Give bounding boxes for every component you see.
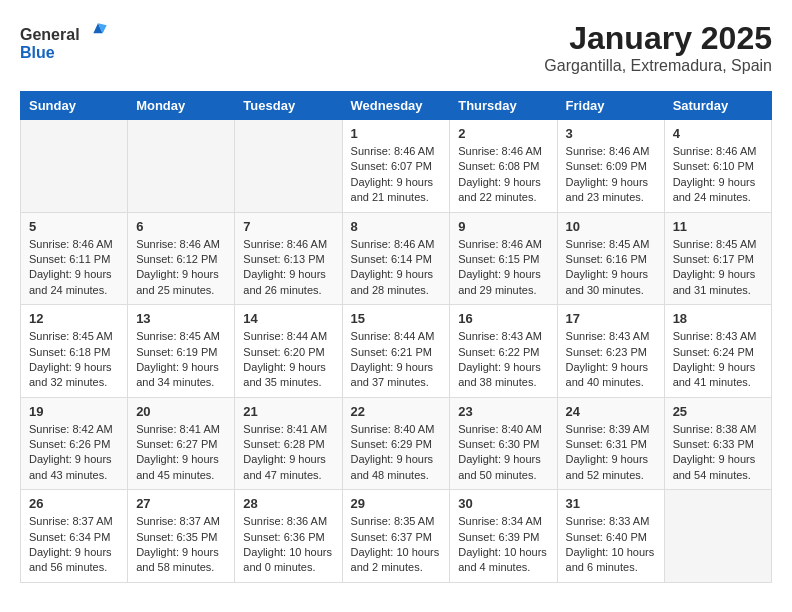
day-number: 16 bbox=[458, 311, 548, 326]
calendar-week-row: 5Sunrise: 8:46 AM Sunset: 6:11 PM Daylig… bbox=[21, 212, 772, 305]
calendar-cell: 19Sunrise: 8:42 AM Sunset: 6:26 PM Dayli… bbox=[21, 397, 128, 490]
day-number: 18 bbox=[673, 311, 763, 326]
calendar-cell: 12Sunrise: 8:45 AM Sunset: 6:18 PM Dayli… bbox=[21, 305, 128, 398]
day-info: Sunrise: 8:41 AM Sunset: 6:27 PM Dayligh… bbox=[136, 422, 226, 484]
day-info: Sunrise: 8:46 AM Sunset: 6:13 PM Dayligh… bbox=[243, 237, 333, 299]
calendar-cell: 9Sunrise: 8:46 AM Sunset: 6:15 PM Daylig… bbox=[450, 212, 557, 305]
day-info: Sunrise: 8:35 AM Sunset: 6:37 PM Dayligh… bbox=[351, 514, 442, 576]
weekday-header-monday: Monday bbox=[128, 92, 235, 120]
day-info: Sunrise: 8:45 AM Sunset: 6:16 PM Dayligh… bbox=[566, 237, 656, 299]
calendar-cell: 17Sunrise: 8:43 AM Sunset: 6:23 PM Dayli… bbox=[557, 305, 664, 398]
calendar-cell: 14Sunrise: 8:44 AM Sunset: 6:20 PM Dayli… bbox=[235, 305, 342, 398]
calendar-cell: 5Sunrise: 8:46 AM Sunset: 6:11 PM Daylig… bbox=[21, 212, 128, 305]
calendar-cell: 23Sunrise: 8:40 AM Sunset: 6:30 PM Dayli… bbox=[450, 397, 557, 490]
day-number: 25 bbox=[673, 404, 763, 419]
day-number: 22 bbox=[351, 404, 442, 419]
weekday-header-saturday: Saturday bbox=[664, 92, 771, 120]
day-number: 12 bbox=[29, 311, 119, 326]
day-number: 15 bbox=[351, 311, 442, 326]
calendar-cell: 26Sunrise: 8:37 AM Sunset: 6:34 PM Dayli… bbox=[21, 490, 128, 583]
day-info: Sunrise: 8:46 AM Sunset: 6:09 PM Dayligh… bbox=[566, 144, 656, 206]
calendar-cell: 22Sunrise: 8:40 AM Sunset: 6:29 PM Dayli… bbox=[342, 397, 450, 490]
calendar-cell: 10Sunrise: 8:45 AM Sunset: 6:16 PM Dayli… bbox=[557, 212, 664, 305]
calendar-cell: 16Sunrise: 8:43 AM Sunset: 6:22 PM Dayli… bbox=[450, 305, 557, 398]
day-number: 30 bbox=[458, 496, 548, 511]
day-info: Sunrise: 8:46 AM Sunset: 6:08 PM Dayligh… bbox=[458, 144, 548, 206]
day-info: Sunrise: 8:38 AM Sunset: 6:33 PM Dayligh… bbox=[673, 422, 763, 484]
calendar-cell: 29Sunrise: 8:35 AM Sunset: 6:37 PM Dayli… bbox=[342, 490, 450, 583]
calendar-week-row: 1Sunrise: 8:46 AM Sunset: 6:07 PM Daylig… bbox=[21, 120, 772, 213]
day-number: 27 bbox=[136, 496, 226, 511]
weekday-header-friday: Friday bbox=[557, 92, 664, 120]
day-info: Sunrise: 8:46 AM Sunset: 6:11 PM Dayligh… bbox=[29, 237, 119, 299]
day-info: Sunrise: 8:46 AM Sunset: 6:07 PM Dayligh… bbox=[351, 144, 442, 206]
day-info: Sunrise: 8:41 AM Sunset: 6:28 PM Dayligh… bbox=[243, 422, 333, 484]
subtitle: Gargantilla, Extremadura, Spain bbox=[544, 57, 772, 75]
svg-text:Blue: Blue bbox=[20, 44, 55, 61]
day-number: 2 bbox=[458, 126, 548, 141]
logo: General Blue bbox=[20, 20, 130, 69]
calendar-cell: 13Sunrise: 8:45 AM Sunset: 6:19 PM Dayli… bbox=[128, 305, 235, 398]
calendar-cell: 31Sunrise: 8:33 AM Sunset: 6:40 PM Dayli… bbox=[557, 490, 664, 583]
day-number: 8 bbox=[351, 219, 442, 234]
day-number: 6 bbox=[136, 219, 226, 234]
calendar-cell: 3Sunrise: 8:46 AM Sunset: 6:09 PM Daylig… bbox=[557, 120, 664, 213]
day-number: 4 bbox=[673, 126, 763, 141]
day-info: Sunrise: 8:40 AM Sunset: 6:30 PM Dayligh… bbox=[458, 422, 548, 484]
svg-text:General: General bbox=[20, 26, 80, 43]
calendar-cell: 20Sunrise: 8:41 AM Sunset: 6:27 PM Dayli… bbox=[128, 397, 235, 490]
day-number: 29 bbox=[351, 496, 442, 511]
day-number: 10 bbox=[566, 219, 656, 234]
calendar-cell: 1Sunrise: 8:46 AM Sunset: 6:07 PM Daylig… bbox=[342, 120, 450, 213]
weekday-header-thursday: Thursday bbox=[450, 92, 557, 120]
day-info: Sunrise: 8:39 AM Sunset: 6:31 PM Dayligh… bbox=[566, 422, 656, 484]
calendar-cell: 2Sunrise: 8:46 AM Sunset: 6:08 PM Daylig… bbox=[450, 120, 557, 213]
day-info: Sunrise: 8:46 AM Sunset: 6:12 PM Dayligh… bbox=[136, 237, 226, 299]
calendar-cell: 28Sunrise: 8:36 AM Sunset: 6:36 PM Dayli… bbox=[235, 490, 342, 583]
day-info: Sunrise: 8:37 AM Sunset: 6:35 PM Dayligh… bbox=[136, 514, 226, 576]
day-number: 26 bbox=[29, 496, 119, 511]
day-info: Sunrise: 8:46 AM Sunset: 6:14 PM Dayligh… bbox=[351, 237, 442, 299]
day-number: 31 bbox=[566, 496, 656, 511]
page-header: General Blue January 2025 Gargantilla, E… bbox=[20, 20, 772, 75]
weekday-header-row: SundayMondayTuesdayWednesdayThursdayFrid… bbox=[21, 92, 772, 120]
weekday-header-tuesday: Tuesday bbox=[235, 92, 342, 120]
calendar-week-row: 12Sunrise: 8:45 AM Sunset: 6:18 PM Dayli… bbox=[21, 305, 772, 398]
calendar-week-row: 19Sunrise: 8:42 AM Sunset: 6:26 PM Dayli… bbox=[21, 397, 772, 490]
calendar-cell: 4Sunrise: 8:46 AM Sunset: 6:10 PM Daylig… bbox=[664, 120, 771, 213]
calendar-table: SundayMondayTuesdayWednesdayThursdayFrid… bbox=[20, 91, 772, 583]
calendar-cell: 18Sunrise: 8:43 AM Sunset: 6:24 PM Dayli… bbox=[664, 305, 771, 398]
day-number: 1 bbox=[351, 126, 442, 141]
day-info: Sunrise: 8:45 AM Sunset: 6:18 PM Dayligh… bbox=[29, 329, 119, 391]
day-number: 11 bbox=[673, 219, 763, 234]
calendar-cell bbox=[235, 120, 342, 213]
day-info: Sunrise: 8:42 AM Sunset: 6:26 PM Dayligh… bbox=[29, 422, 119, 484]
day-info: Sunrise: 8:43 AM Sunset: 6:24 PM Dayligh… bbox=[673, 329, 763, 391]
logo-text: General Blue bbox=[20, 20, 130, 69]
day-number: 9 bbox=[458, 219, 548, 234]
day-number: 24 bbox=[566, 404, 656, 419]
day-number: 28 bbox=[243, 496, 333, 511]
day-info: Sunrise: 8:45 AM Sunset: 6:19 PM Dayligh… bbox=[136, 329, 226, 391]
calendar-cell: 24Sunrise: 8:39 AM Sunset: 6:31 PM Dayli… bbox=[557, 397, 664, 490]
day-info: Sunrise: 8:46 AM Sunset: 6:15 PM Dayligh… bbox=[458, 237, 548, 299]
day-info: Sunrise: 8:37 AM Sunset: 6:34 PM Dayligh… bbox=[29, 514, 119, 576]
day-info: Sunrise: 8:36 AM Sunset: 6:36 PM Dayligh… bbox=[243, 514, 333, 576]
weekday-header-sunday: Sunday bbox=[21, 92, 128, 120]
day-info: Sunrise: 8:40 AM Sunset: 6:29 PM Dayligh… bbox=[351, 422, 442, 484]
calendar-cell: 7Sunrise: 8:46 AM Sunset: 6:13 PM Daylig… bbox=[235, 212, 342, 305]
calendar-week-row: 26Sunrise: 8:37 AM Sunset: 6:34 PM Dayli… bbox=[21, 490, 772, 583]
day-number: 14 bbox=[243, 311, 333, 326]
day-number: 19 bbox=[29, 404, 119, 419]
main-title: January 2025 bbox=[544, 20, 772, 57]
day-info: Sunrise: 8:44 AM Sunset: 6:21 PM Dayligh… bbox=[351, 329, 442, 391]
day-info: Sunrise: 8:43 AM Sunset: 6:23 PM Dayligh… bbox=[566, 329, 656, 391]
day-number: 20 bbox=[136, 404, 226, 419]
calendar-cell: 21Sunrise: 8:41 AM Sunset: 6:28 PM Dayli… bbox=[235, 397, 342, 490]
day-info: Sunrise: 8:44 AM Sunset: 6:20 PM Dayligh… bbox=[243, 329, 333, 391]
day-number: 17 bbox=[566, 311, 656, 326]
calendar-cell: 8Sunrise: 8:46 AM Sunset: 6:14 PM Daylig… bbox=[342, 212, 450, 305]
calendar-cell: 27Sunrise: 8:37 AM Sunset: 6:35 PM Dayli… bbox=[128, 490, 235, 583]
calendar-cell bbox=[21, 120, 128, 213]
day-number: 3 bbox=[566, 126, 656, 141]
